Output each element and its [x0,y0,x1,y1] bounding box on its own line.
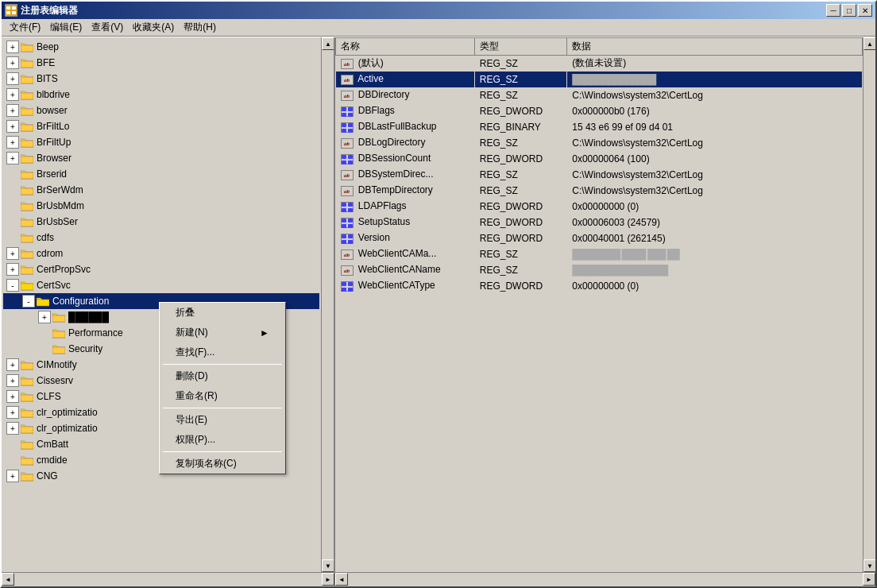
table-row[interactable]: ab DBLogDirectoryREG_SZC:\Windows\system… [336,135,863,151]
right-scroll-down[interactable]: ▼ [863,559,875,572]
tree-item-brserid[interactable]: Brserid [3,166,319,182]
reg-name-text: DBLogDirectory [356,137,426,148]
context-menu-item[interactable]: 删除(D) [160,366,285,386]
tree-item-cdfs[interactable]: cdfs [3,230,319,246]
tree-expand-5[interactable]: + [6,120,19,133]
reg-dword-icon [341,106,354,117]
tree-item-brserwdm[interactable]: BrSerWdm [3,182,319,198]
table-row[interactable]: WebClientCATypeREG_DWORD0x00000000 (0) [336,278,863,294]
table-row[interactable]: SetupStatusREG_DWORD0x00006003 (24579) [336,215,863,230]
table-row[interactable]: ab WebClientCANameREG_SZ████████████████ [336,262,863,278]
context-menu-item[interactable]: 折叠 [160,303,285,323]
registry-tbody: ab (默认)REG_SZ(数值未设置)ab ActiveREG_SZ█████… [336,56,863,294]
tree-item-brusbmdm[interactable]: BrUsbMdm [3,198,319,214]
context-menu-item[interactable]: 复制项名称(C) [160,454,285,474]
table-row[interactable]: ab WebClientCAMa...REG_SZ████████ ████ █… [336,246,863,262]
tree-expand-3[interactable]: + [6,88,19,101]
svg-rect-23 [342,224,346,228]
table-row[interactable]: DBFlagsREG_DWORD0x000000b0 (176) [336,103,863,119]
context-menu-item[interactable]: 查找(F)... [160,342,285,362]
tree-expand-20[interactable]: + [6,358,19,371]
tree-expand-14[interactable]: + [6,263,19,276]
menu-item-V[interactable]: 查看(V) [87,19,128,36]
table-row[interactable]: LDAPFlagsREG_DWORD0x00000000 (0) [336,199,863,215]
tree-expand-13[interactable]: + [6,247,19,260]
tree-expand-22[interactable]: + [6,390,19,403]
tree-item-label: Cissesrv [37,375,73,386]
registry-table: 名称类型数据 ab (默认)REG_SZ(数值未设置)ab ActiveREG_… [335,37,863,294]
close-button[interactable]: ✕ [858,4,872,17]
tree-item-label: Browser [37,153,71,164]
restore-button[interactable]: □ [842,4,856,17]
menu-item-E[interactable]: 编辑(E) [45,19,87,36]
tree-expand-1[interactable]: + [6,56,19,69]
left-scroll-left[interactable]: ◄ [2,573,14,586]
menu-item-F[interactable]: 文件(F) [5,19,45,36]
tree-expand-2[interactable]: + [6,72,19,85]
right-vscrollbar[interactable]: ▲ ▼ [863,37,875,572]
tree-item-beep[interactable]: + Beep [3,39,319,55]
registry-pane[interactable]: 名称类型数据 ab (默认)REG_SZ(数值未设置)ab ActiveREG_… [335,37,863,572]
table-row[interactable]: ab (默认)REG_SZ(数值未设置) [336,56,863,72]
scroll-up-btn[interactable]: ▲ [322,37,334,50]
tree-expand-23[interactable]: + [6,406,19,419]
tree-item-bowser[interactable]: + bowser [3,103,319,118]
tree-item-label: Configuration [52,296,109,307]
right-scroll-left[interactable]: ◄ [335,573,348,586]
svg-rect-13 [342,155,346,159]
context-menu-item[interactable]: 新建(N)► [160,323,285,342]
table-row[interactable]: ab ActiveREG_SZ██████████████ [336,72,863,87]
tree-expand-15[interactable]: - [6,279,19,292]
right-scroll-up[interactable]: ▲ [863,37,875,50]
tree-item-brfiltlo[interactable]: + BrFiltLo [3,118,319,134]
tree-expand-18 [38,327,51,339]
right-scroll-right[interactable]: ► [863,573,875,586]
table-row[interactable]: VersionREG_DWORD0x00040001 (262145) [336,230,863,246]
tree-item-label: BrUsbSer [37,216,78,227]
context-menu-item[interactable]: 重命名(R) [160,386,285,406]
table-row[interactable]: DBLastFullBackupREG_BINARY15 43 e6 99 ef… [336,119,863,135]
tree-expand-27[interactable]: + [6,470,19,482]
tree-item-brfiltup[interactable]: + BrFiltUp [3,134,319,150]
tree-item-certsvc[interactable]: - CertSvc [3,277,319,293]
context-menu-item-label: 导出(E) [176,413,207,427]
tree-expand-16[interactable]: - [22,295,35,308]
right-hscrollbar[interactable]: ◄ ► [335,573,875,586]
tree-expand-17[interactable]: + [38,311,51,323]
tree-item-label: CertPropSvc [37,264,91,275]
left-scroll-right[interactable]: ► [322,573,334,586]
tree-item-bits[interactable]: + BITS [3,71,319,87]
tree-expand-7[interactable]: + [6,152,19,164]
scroll-track [322,50,334,559]
table-row[interactable]: ab DBSystemDirec...REG_SZC:\Windows\syst… [336,167,863,183]
tree-item-bfe[interactable]: + BFE [3,55,319,71]
tree-expand-6[interactable]: + [6,136,19,149]
tree-item-browser[interactable]: + Browser [3,150,319,166]
table-row[interactable]: ab DBDirectoryREG_SZC:\Windows\system32\… [336,87,863,103]
tree-expand-21[interactable]: + [6,374,19,387]
scroll-down-btn[interactable]: ▼ [322,559,334,572]
folder-icon [21,41,33,52]
tree-item-blbdrive[interactable]: + blbdrive [3,87,319,103]
folder-icon [21,121,33,132]
context-menu-item[interactable]: 权限(P)... [160,430,285,450]
reg-name-cell: DBSessionCount [336,151,475,167]
tree-expand-4[interactable]: + [6,104,19,117]
table-row[interactable]: ab DBTempDirectoryREG_SZC:\Windows\syste… [336,183,863,199]
left-vscrollbar[interactable]: ▲ ▼ [321,37,334,572]
menu-item-A[interactable]: 收藏夹(A) [128,19,179,36]
context-menu-separator [163,364,282,365]
tree-item-certpropsvc[interactable]: + CertPropSvc [3,261,319,277]
folder-icon [52,311,65,323]
tree-item-brusbser[interactable]: BrUsbSer [3,214,319,230]
context-menu: 折叠新建(N)►查找(F)...删除(D)重命名(R)导出(E)权限(P)...… [159,302,286,474]
tree-expand-0[interactable]: + [6,41,19,53]
tree-expand-24[interactable]: + [6,422,19,435]
minimize-button[interactable]: ─ [826,4,840,17]
reg-sz-icon: ab [341,250,354,260]
menu-item-H[interactable]: 帮助(H) [179,19,221,36]
tree-item-cdrom[interactable]: + cdrom [3,246,319,261]
left-hscrollbar[interactable]: ◄ ► [2,573,335,586]
context-menu-item[interactable]: 导出(E) [160,410,285,430]
table-row[interactable]: DBSessionCountREG_DWORD0x00000064 (100) [336,151,863,167]
